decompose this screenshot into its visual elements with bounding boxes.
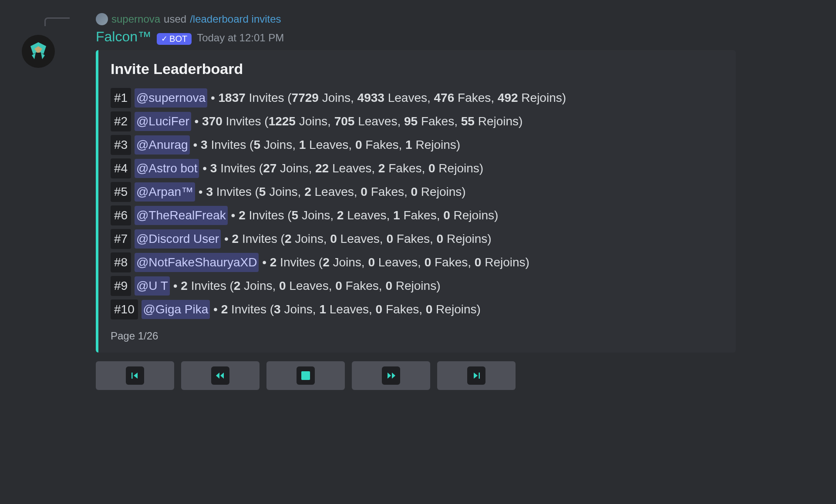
discord-message: supernova used /leaderboard invites Falc… xyxy=(9,9,827,390)
embed-footer: Page 1/26 xyxy=(111,330,724,342)
previous-page-icon xyxy=(211,366,229,385)
reply-connector-line xyxy=(44,17,70,26)
reply-user-avatar[interactable] xyxy=(96,13,108,25)
user-mention[interactable]: @NotFakeShauryaXD xyxy=(135,253,259,272)
leaderboard-row: #2 @LuciFer • 370 Invites (1225 Joins, 7… xyxy=(111,111,724,131)
message-timestamp: Today at 12:01 PM xyxy=(197,32,284,44)
leaderboard-row: #4 @Astro bot • 3 Invites (27 Joins, 22 … xyxy=(111,158,724,178)
first-page-button[interactable] xyxy=(96,361,174,390)
verified-check-icon: ✓ xyxy=(161,34,168,44)
leaderboard-row: #5 @Arpan™ • 3 Invites (5 Joins, 2 Leave… xyxy=(111,182,724,202)
user-mention[interactable]: @TheRealFreak xyxy=(135,206,228,225)
embed-card: Invite Leaderboard #1 @supernova • 1837 … xyxy=(96,50,736,353)
rank-badge: #4 xyxy=(111,158,131,178)
rank-badge: #10 xyxy=(111,299,138,319)
bot-avatar[interactable] xyxy=(22,35,55,68)
user-mention[interactable]: @Arpan™ xyxy=(135,182,195,202)
reply-username[interactable]: supernova xyxy=(111,13,160,25)
message-header: Falcon™ ✓ BOT Today at 12:01 PM xyxy=(96,29,827,45)
next-page-icon xyxy=(382,366,400,385)
rank-badge: #5 xyxy=(111,182,131,202)
leaderboard-row: #10 @Giga Pika • 2 Invites (3 Joins, 1 L… xyxy=(111,299,724,319)
rank-badge: #2 xyxy=(111,111,131,131)
first-page-icon xyxy=(126,366,144,385)
user-mention[interactable]: @Anurag xyxy=(135,135,190,155)
stop-button[interactable] xyxy=(266,361,345,390)
pagination-buttons xyxy=(96,361,827,390)
user-mention[interactable]: @Astro bot xyxy=(135,159,199,178)
user-mention[interactable]: @Discord User xyxy=(135,229,221,249)
leaderboard-list: #1 @supernova • 1837 Invites (7729 Joins… xyxy=(111,88,724,319)
previous-page-button[interactable] xyxy=(181,361,260,390)
leaderboard-row: #1 @supernova • 1837 Invites (7729 Joins… xyxy=(111,88,724,108)
user-mention[interactable]: @Giga Pika xyxy=(142,300,210,319)
falcon-icon xyxy=(25,38,51,64)
last-page-button[interactable] xyxy=(437,361,516,390)
rank-badge: #9 xyxy=(111,276,131,296)
reply-context[interactable]: supernova used /leaderboard invites xyxy=(96,13,827,25)
reply-used-text: used xyxy=(164,13,186,25)
leaderboard-row: #8 @NotFakeShauryaXD • 2 Invites (2 Join… xyxy=(111,252,724,272)
leaderboard-row: #6 @TheRealFreak • 2 Invites (5 Joins, 2… xyxy=(111,205,724,225)
leaderboard-row: #7 @Discord User • 2 Invites (2 Joins, 0… xyxy=(111,229,724,249)
bot-name[interactable]: Falcon™ xyxy=(96,29,152,45)
last-page-icon xyxy=(467,366,485,385)
reply-command[interactable]: /leaderboard invites xyxy=(190,13,281,25)
user-mention[interactable]: @U T xyxy=(135,276,170,296)
rank-badge: #7 xyxy=(111,229,131,249)
stop-icon xyxy=(297,366,315,385)
bot-badge: ✓ BOT xyxy=(157,33,192,45)
svg-rect-0 xyxy=(131,373,133,379)
rank-badge: #6 xyxy=(111,205,131,225)
next-page-button[interactable] xyxy=(352,361,430,390)
user-mention[interactable]: @supernova xyxy=(135,88,207,108)
rank-badge: #8 xyxy=(111,252,131,272)
leaderboard-row: #3 @Anurag • 3 Invites (5 Joins, 1 Leave… xyxy=(111,135,724,155)
embed-title: Invite Leaderboard xyxy=(111,60,724,77)
user-mention[interactable]: @LuciFer xyxy=(135,112,191,131)
leaderboard-row: #9 @U T • 2 Invites (2 Joins, 0 Leaves, … xyxy=(111,276,724,296)
svg-rect-1 xyxy=(479,373,480,379)
rank-badge: #1 xyxy=(111,88,131,108)
bot-badge-label: BOT xyxy=(169,34,187,44)
rank-badge: #3 xyxy=(111,135,131,155)
